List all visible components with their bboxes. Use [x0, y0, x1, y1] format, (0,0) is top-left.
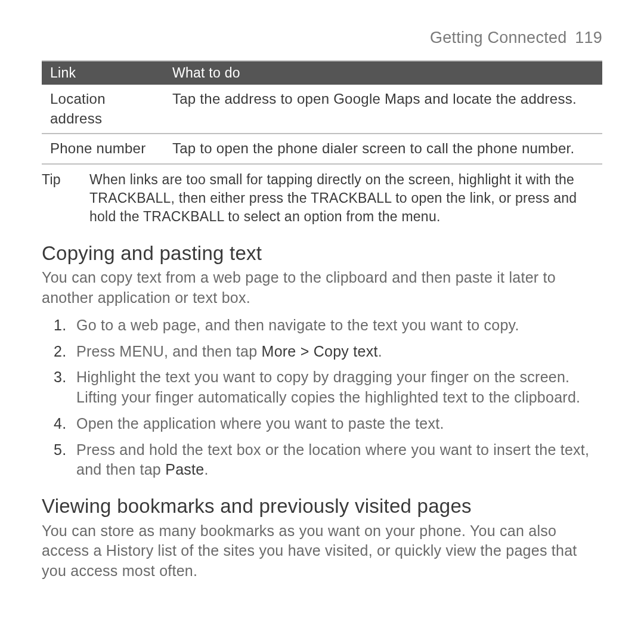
steps-list: Go to a web page, and then navigate to t… [42, 315, 602, 480]
tip-body: When links are too small for tapping dir… [89, 171, 602, 226]
cell-action: Tap the address to open Google Maps and … [164, 85, 602, 134]
section-intro: You can copy text from a web page to the… [42, 268, 602, 308]
cell-action: Tap to open the phone dialer screen to c… [164, 134, 602, 163]
section-title: Copying and pasting text [42, 240, 602, 267]
page-number: 119 [575, 29, 602, 47]
step-text-emph: Paste [165, 461, 204, 478]
step-text: . [378, 343, 382, 360]
section-intro: You can store as many bookmarks as you w… [42, 521, 602, 581]
list-item: Press and hold the text box or the locat… [70, 440, 602, 481]
tip-label: Tip [42, 171, 89, 226]
table-header-link: Link [42, 61, 164, 85]
section-copy-paste: Copying and pasting text You can copy te… [42, 240, 602, 480]
link-reference-table: Link What to do Location address Tap the… [42, 60, 602, 164]
section-bookmarks: Viewing bookmarks and previously visited… [42, 493, 602, 581]
section-title: Viewing bookmarks and previously visited… [42, 493, 602, 520]
page-header: Getting Connected 119 [42, 27, 602, 48]
table-row: Location address Tap the address to open… [42, 85, 602, 134]
step-text: Open the application where you want to p… [76, 415, 444, 432]
list-item: Highlight the text you want to copy by d… [70, 367, 602, 408]
tip-block: Tip When links are too small for tapping… [42, 171, 602, 226]
chapter-name: Getting Connected [430, 29, 566, 47]
step-text-emph: More > Copy text [262, 343, 378, 360]
cell-link-type: Phone number [42, 134, 164, 163]
step-text: Press MENU, and then tap [76, 343, 262, 360]
table-row: Phone number Tap to open the phone diale… [42, 134, 602, 163]
cell-link-type: Location address [42, 85, 164, 134]
step-text: Highlight the text you want to copy by d… [76, 369, 580, 405]
step-text: Go to a web page, and then navigate to t… [76, 317, 519, 333]
list-item: Open the application where you want to p… [70, 414, 602, 434]
table-header-row: Link What to do [42, 61, 602, 85]
list-item: Go to a web page, and then navigate to t… [70, 315, 602, 336]
table-header-action: What to do [164, 61, 602, 85]
list-item: Press MENU, and then tap More > Copy tex… [70, 342, 602, 362]
step-text: . [204, 461, 208, 478]
step-text: Press and hold the text box or the locat… [76, 441, 589, 478]
